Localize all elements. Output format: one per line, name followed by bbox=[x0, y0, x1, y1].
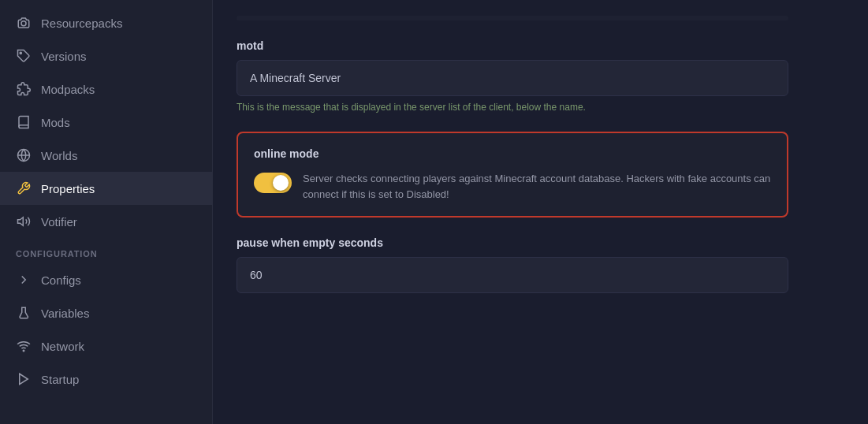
sidebar-label: Worlds bbox=[41, 149, 77, 162]
sidebar-label: Properties bbox=[41, 182, 95, 195]
sidebar: Resourcepacks Versions Modpacks Mods bbox=[0, 0, 213, 424]
tag-icon bbox=[16, 48, 32, 64]
sidebar-label: Startup bbox=[41, 373, 79, 386]
sidebar-item-startup[interactable]: Startup bbox=[0, 363, 212, 396]
motd-field-block: motd A Minecraft Server This is the mess… bbox=[237, 39, 788, 113]
sidebar-label: Mods bbox=[41, 116, 70, 129]
wifi-icon bbox=[16, 338, 32, 354]
sidebar-item-versions[interactable]: Versions bbox=[0, 39, 212, 73]
svg-point-1 bbox=[20, 52, 21, 54]
online-mode-toggle[interactable] bbox=[254, 173, 292, 193]
motd-input[interactable]: A Minecraft Server bbox=[237, 60, 788, 96]
wrench-icon bbox=[16, 180, 32, 196]
sidebar-label: Versions bbox=[41, 50, 87, 63]
online-mode-description: Server checks connecting players against… bbox=[303, 171, 771, 202]
sidebar-item-mods[interactable]: Mods bbox=[0, 106, 212, 139]
svg-point-3 bbox=[23, 350, 24, 351]
previous-section-spacer bbox=[237, 16, 788, 20]
pause-when-empty-label: pause when empty seconds bbox=[237, 236, 788, 249]
book-icon bbox=[16, 114, 32, 130]
megaphone-icon bbox=[16, 214, 32, 229]
sidebar-item-network[interactable]: Network bbox=[0, 329, 212, 363]
pause-when-empty-input[interactable]: 60 bbox=[237, 257, 788, 293]
globe-icon bbox=[16, 147, 32, 163]
sidebar-item-variables[interactable]: Variables bbox=[0, 296, 212, 329]
online-mode-block: online mode Server checks connecting pla… bbox=[237, 132, 788, 218]
sidebar-label: Votifier bbox=[41, 215, 77, 229]
motd-hint: This is the message that is displayed in… bbox=[237, 102, 788, 113]
sidebar-label: Variables bbox=[41, 307, 89, 320]
sidebar-item-resourcepacks[interactable]: Resourcepacks bbox=[0, 6, 212, 39]
svg-marker-4 bbox=[20, 374, 28, 385]
sidebar-item-properties[interactable]: Properties bbox=[0, 172, 212, 205]
toggle-thumb bbox=[273, 175, 289, 191]
sidebar-label: Network bbox=[41, 340, 84, 353]
camera-icon bbox=[16, 15, 32, 31]
svg-point-0 bbox=[21, 21, 26, 26]
main-content: motd A Minecraft Server This is the mess… bbox=[213, 0, 868, 424]
chevron-right-icon bbox=[16, 272, 32, 288]
online-mode-label: online mode bbox=[254, 147, 771, 160]
sidebar-item-votifier[interactable]: Votifier bbox=[0, 205, 212, 238]
flask-icon bbox=[16, 305, 32, 321]
sidebar-label: Resourcepacks bbox=[41, 17, 122, 30]
puzzle-icon bbox=[16, 81, 32, 97]
sidebar-label: Modpacks bbox=[41, 83, 95, 96]
configuration-section-label: CONFIGURATION bbox=[0, 238, 212, 263]
play-icon bbox=[16, 371, 32, 387]
pause-when-empty-block: pause when empty seconds 60 bbox=[237, 236, 788, 293]
sidebar-item-worlds[interactable]: Worlds bbox=[0, 139, 212, 172]
sidebar-label: Configs bbox=[41, 273, 81, 287]
motd-label: motd bbox=[237, 39, 788, 52]
sidebar-item-configs[interactable]: Configs bbox=[0, 263, 212, 296]
online-mode-toggle-row: Server checks connecting players against… bbox=[254, 171, 771, 202]
sidebar-item-modpacks[interactable]: Modpacks bbox=[0, 73, 212, 106]
